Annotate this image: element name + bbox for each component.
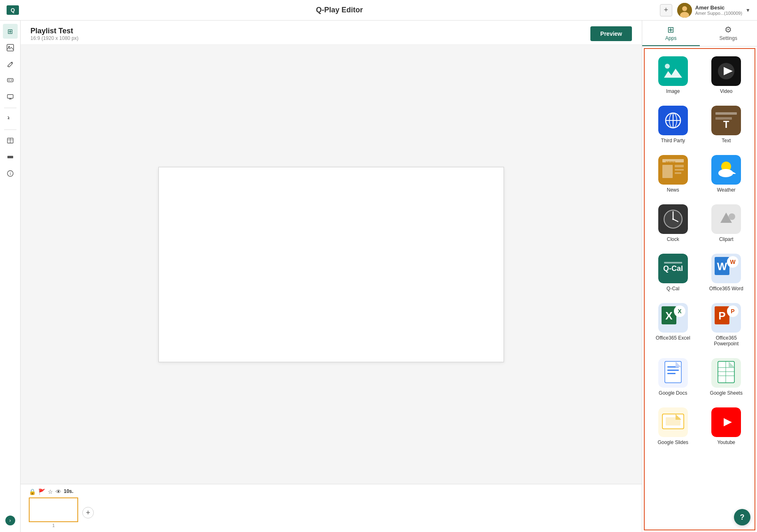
content-area: Playlist Test 16:9 (1920 x 1080 px) Prev… [21,21,642,532]
svg-text:P: P [719,310,726,322]
app-icon-video [711,56,741,86]
sidebar-item-monitor[interactable] [3,90,18,104]
svg-rect-17 [658,56,688,86]
app-icon-qcal: Q-Cal [658,254,688,283]
sidebar-item-edit[interactable] [3,57,18,72]
app-label-google-sheets: Google Sheets [710,390,743,396]
app-item-youtube[interactable]: Youtube [702,404,751,449]
app-item-clipart[interactable]: Clipart [702,201,751,245]
app-item-third-party[interactable]: Third Party [649,102,697,147]
preview-button[interactable]: Preview [590,26,632,41]
timeline-row: 1 + [29,497,634,528]
apps-tab-icon: ⊞ [667,25,674,35]
app-item-google-sheets[interactable]: Google Sheets [702,355,751,399]
app-item-weather[interactable]: Weather [702,152,751,196]
sidebar-expand-button[interactable]: › [5,516,15,525]
apps-tab-label: Apps [665,35,676,41]
app-item-image[interactable]: Image [649,53,697,97]
sidebar-item-info[interactable]: i [3,166,18,181]
app-icon-google-sheets [711,358,741,388]
app-label-weather: Weather [717,187,736,193]
editor-canvas[interactable] [158,167,504,362]
svg-rect-34 [675,165,684,167]
app-label-google-docs: Google Docs [659,390,687,396]
sidebar-item-grid[interactable]: ⊞ [3,24,18,39]
help-button[interactable]: ? [734,509,750,525]
svg-text:W: W [730,259,736,265]
app-icon-office365-excel: XX [658,303,688,333]
app-label-office365-word: Office365 Word [709,286,743,291]
svg-rect-6 [8,80,10,81]
tab-settings[interactable]: ⚙ Settings [700,21,757,46]
playlist-title: Playlist Test [30,27,79,35]
app-icon-weather [711,155,741,185]
app-label-google-slides: Google Slides [657,439,688,445]
left-sidebar: ⊞ i › [0,21,21,532]
app-label-news: News [667,187,679,193]
svg-text:W: W [717,260,727,273]
add-button[interactable]: + [660,4,672,16]
svg-point-40 [718,169,733,177]
user-sub: Amer Suppo...(100009) [695,11,742,16]
timeline-toolbar: 🔒 🚩 ☆ 👁 10s. [29,488,634,496]
timeline-icon-star: ☆ [48,488,53,496]
logo: Q [7,5,19,15]
app-icon-text: T [711,106,741,135]
app-label-qcal: Q-Cal [666,286,679,291]
app-icon-office365-ppt: PP [711,303,741,333]
app-label-image: Image [666,88,680,94]
svg-text:Q-Cal: Q-Cal [663,264,683,273]
svg-rect-28 [715,112,737,115]
app-label-third-party: Third Party [661,138,685,143]
app-item-google-docs[interactable]: Google Docs [649,355,697,399]
playlist-header: Playlist Test 16:9 (1920 x 1080 px) Prev… [21,21,642,45]
app-icon-image [658,56,688,86]
app-item-office365-ppt[interactable]: PPOffice365 Powerpoint [702,300,751,350]
app-icon-clock [658,204,688,234]
sidebar-item-share[interactable] [3,111,18,126]
timeline-item[interactable] [29,497,78,522]
user-profile[interactable]: Amer Besic Amer Suppo...(100009) ▼ [677,3,750,18]
editor-area [21,45,642,484]
svg-point-1 [682,6,687,11]
app-label-youtube: Youtube [717,439,735,445]
app-label-text: Text [722,138,731,143]
app-item-news[interactable]: NEWSNews [649,152,697,196]
sidebar-item-tag[interactable] [3,150,18,164]
sidebar-item-media[interactable] [3,40,18,55]
settings-tab-label: Settings [720,35,737,41]
app-item-video[interactable]: Video [702,53,751,97]
app-item-text[interactable]: TText [702,102,751,147]
app-icon-clipart [711,204,741,234]
svg-point-49 [729,213,735,220]
tab-apps[interactable]: ⊞ Apps [642,21,700,46]
svg-rect-52 [664,262,682,264]
app-icon-third-party [658,106,688,135]
timeline-icon-flag: 🚩 [38,488,45,496]
timeline: 🔒 🚩 ☆ 👁 10s. 1 + [21,484,642,532]
sidebar-item-table[interactable] [3,133,18,148]
app-item-office365-word[interactable]: WWOffice365 Word [702,250,751,295]
svg-rect-8 [7,95,13,98]
app-item-google-slides[interactable]: Google Slides [649,404,697,449]
app-label-video: Video [720,88,732,94]
app-icon-google-docs [658,358,688,388]
app-label-office365-ppt: Office365 Powerpoint [704,335,749,347]
app-item-qcal[interactable]: Q-CalQ-Cal [649,250,697,295]
main-layout: ⊞ i › Playlist T [0,21,757,532]
svg-rect-35 [675,169,684,171]
svg-text:NEWS: NEWS [666,160,676,164]
app-icon-youtube [711,407,741,437]
svg-rect-7 [11,80,12,81]
app-item-clock[interactable]: Clock [649,201,697,245]
playlist-resolution: 16:9 (1920 x 1080 px) [30,35,79,41]
header-right: + Amer Besic Amer Suppo...(100009) ▼ [660,3,750,18]
sidebar-item-caption[interactable] [3,73,18,88]
sidebar-divider-1 [4,108,16,108]
app-item-office365-excel[interactable]: XXOffice365 Excel [649,300,697,350]
svg-text:X: X [665,310,673,322]
timeline-add-button[interactable]: + [82,507,94,518]
svg-rect-79 [725,361,726,383]
user-info: Amer Besic Amer Suppo...(100009) [695,5,742,16]
timeline-duration: 10s. [64,488,73,494]
